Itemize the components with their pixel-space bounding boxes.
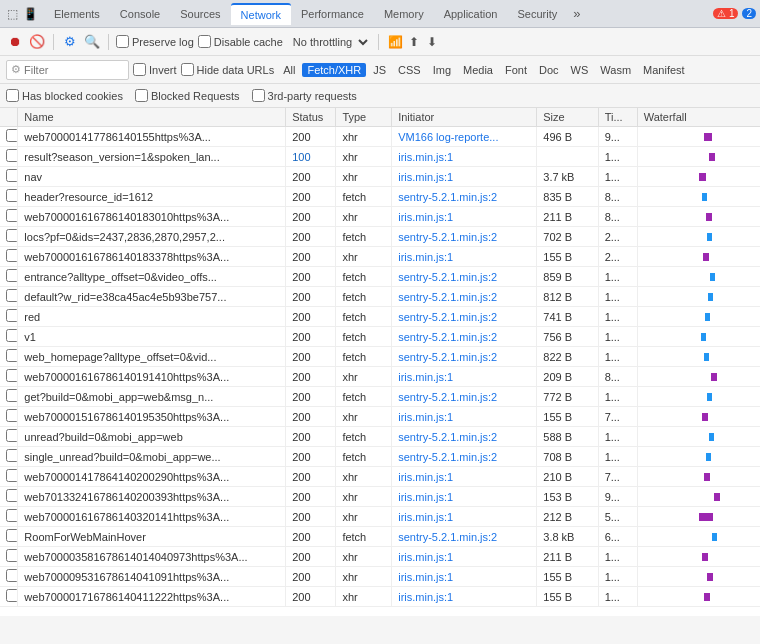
row-initiator[interactable]: sentry-5.2.1.min.js:2 — [392, 527, 537, 547]
type-media[interactable]: Media — [458, 63, 498, 77]
tab-elements[interactable]: Elements — [44, 4, 110, 24]
search-button[interactable]: 🔍 — [83, 33, 101, 51]
initiator-link[interactable]: sentry-5.2.1.min.js:2 — [398, 271, 497, 283]
row-initiator[interactable]: sentry-5.2.1.min.js:2 — [392, 387, 537, 407]
col-header-size[interactable]: Size — [537, 108, 598, 127]
type-doc[interactable]: Doc — [534, 63, 564, 77]
preserve-log-checkbox[interactable]: Preserve log — [116, 35, 194, 48]
row-checkbox[interactable] — [6, 249, 18, 262]
row-initiator[interactable]: iris.min.js:1 — [392, 507, 537, 527]
type-manifest[interactable]: Manifest — [638, 63, 690, 77]
type-wasm[interactable]: Wasm — [595, 63, 636, 77]
row-initiator[interactable]: sentry-5.2.1.min.js:2 — [392, 187, 537, 207]
table-row[interactable]: red200fetchsentry-5.2.1.min.js:2741 B1..… — [0, 307, 760, 327]
table-row[interactable]: web700001616786140191410https%3A...200xh… — [0, 367, 760, 387]
table-row[interactable]: single_unread?build=0&mobi_app=we...200f… — [0, 447, 760, 467]
row-initiator[interactable]: sentry-5.2.1.min.js:2 — [392, 447, 537, 467]
row-initiator[interactable]: iris.min.js:1 — [392, 587, 537, 607]
initiator-link[interactable]: iris.min.js:1 — [398, 491, 453, 503]
tab-memory[interactable]: Memory — [374, 4, 434, 24]
row-checkbox[interactable] — [6, 429, 18, 442]
initiator-link[interactable]: iris.min.js:1 — [398, 471, 453, 483]
initiator-link[interactable]: sentry-5.2.1.min.js:2 — [398, 191, 497, 203]
hide-data-urls-input[interactable] — [181, 63, 194, 76]
table-row[interactable]: web700003581678614014040973https%3A...20… — [0, 547, 760, 567]
table-row[interactable]: locs?pf=0&ids=2437,2836,2870,2957,2...20… — [0, 227, 760, 247]
row-checkbox[interactable] — [6, 169, 18, 182]
initiator-link[interactable]: sentry-5.2.1.min.js:2 — [398, 531, 497, 543]
disable-cache-checkbox[interactable]: Disable cache — [198, 35, 283, 48]
row-initiator[interactable]: sentry-5.2.1.min.js:2 — [392, 287, 537, 307]
table-row[interactable]: web700001516786140195350https%3A...200xh… — [0, 407, 760, 427]
row-checkbox[interactable] — [6, 409, 18, 422]
tab-application[interactable]: Application — [434, 4, 508, 24]
row-checkbox[interactable] — [6, 389, 18, 402]
record-button[interactable]: ⏺ — [6, 33, 24, 51]
blocked-requests-checkbox[interactable]: Blocked Requests — [135, 89, 240, 102]
table-row[interactable]: web700001417786140155https%3A...200xhrVM… — [0, 127, 760, 147]
inspect-icon[interactable]: ⬚ — [4, 6, 20, 22]
table-row[interactable]: web700001616786140320141https%3A...200xh… — [0, 507, 760, 527]
initiator-link[interactable]: sentry-5.2.1.min.js:2 — [398, 231, 497, 243]
type-css[interactable]: CSS — [393, 63, 426, 77]
col-header-time[interactable]: Ti... — [598, 108, 637, 127]
preserve-log-input[interactable] — [116, 35, 129, 48]
col-header-status[interactable]: Status — [286, 108, 336, 127]
table-row[interactable]: v1200fetchsentry-5.2.1.min.js:2756 B1... — [0, 327, 760, 347]
row-initiator[interactable]: sentry-5.2.1.min.js:2 — [392, 307, 537, 327]
initiator-link[interactable]: sentry-5.2.1.min.js:2 — [398, 351, 497, 363]
type-font[interactable]: Font — [500, 63, 532, 77]
filter-input[interactable] — [24, 64, 124, 76]
table-row[interactable]: web700001616786140183010https%3A...200xh… — [0, 207, 760, 227]
table-row[interactable]: nav200xhriris.min.js:13.7 kB1... — [0, 167, 760, 187]
invert-input[interactable] — [133, 63, 146, 76]
col-header-type[interactable]: Type — [336, 108, 392, 127]
row-initiator[interactable]: iris.min.js:1 — [392, 167, 537, 187]
more-tabs-button[interactable]: » — [567, 4, 586, 23]
row-checkbox[interactable] — [6, 129, 18, 142]
row-initiator[interactable]: iris.min.js:1 — [392, 567, 537, 587]
initiator-link[interactable]: sentry-5.2.1.min.js:2 — [398, 451, 497, 463]
tab-network[interactable]: Network — [231, 3, 291, 25]
type-all[interactable]: All — [278, 63, 300, 77]
row-checkbox[interactable] — [6, 269, 18, 282]
table-row[interactable]: web_homepage?alltype_offset=0&vid...200f… — [0, 347, 760, 367]
initiator-link[interactable]: iris.min.js:1 — [398, 151, 453, 163]
table-row[interactable]: web700001716786140411222https%3A...200xh… — [0, 587, 760, 607]
initiator-link[interactable]: iris.min.js:1 — [398, 171, 453, 183]
row-checkbox[interactable] — [6, 189, 18, 202]
initiator-link[interactable]: sentry-5.2.1.min.js:2 — [398, 331, 497, 343]
table-row[interactable]: default?w_rid=e38ca45ac4e5b93be757...200… — [0, 287, 760, 307]
initiator-link[interactable]: iris.min.js:1 — [398, 411, 453, 423]
third-party-input[interactable] — [252, 89, 265, 102]
initiator-link[interactable]: sentry-5.2.1.min.js:2 — [398, 291, 497, 303]
row-checkbox[interactable] — [6, 209, 18, 222]
tab-performance[interactable]: Performance — [291, 4, 374, 24]
filter-button[interactable]: ⚙ — [61, 33, 79, 51]
row-checkbox[interactable] — [6, 449, 18, 462]
disable-cache-input[interactable] — [198, 35, 211, 48]
table-row[interactable]: web700001417864140200290https%3A...200xh… — [0, 467, 760, 487]
row-checkbox[interactable] — [6, 329, 18, 342]
table-row[interactable]: header?resource_id=1612200fetchsentry-5.… — [0, 187, 760, 207]
table-row[interactable]: unread?build=0&mobi_app=web200fetchsentr… — [0, 427, 760, 447]
row-initiator[interactable]: sentry-5.2.1.min.js:2 — [392, 227, 537, 247]
row-initiator[interactable]: iris.min.js:1 — [392, 207, 537, 227]
row-checkbox[interactable] — [6, 149, 18, 162]
initiator-link[interactable]: sentry-5.2.1.min.js:2 — [398, 311, 497, 323]
row-checkbox[interactable] — [6, 229, 18, 242]
row-checkbox[interactable] — [6, 289, 18, 302]
initiator-link[interactable]: iris.min.js:1 — [398, 571, 453, 583]
has-blocked-cookies-input[interactable] — [6, 89, 19, 102]
initiator-link[interactable]: iris.min.js:1 — [398, 251, 453, 263]
row-checkbox[interactable] — [6, 529, 18, 542]
type-fetch-xhr[interactable]: Fetch/XHR — [302, 63, 366, 77]
row-initiator[interactable]: iris.min.js:1 — [392, 407, 537, 427]
table-row[interactable]: web700001616786140183378https%3A...200xh… — [0, 247, 760, 267]
col-header-name[interactable]: Name — [18, 108, 286, 127]
table-row[interactable]: result?season_version=1&spoken_lan...100… — [0, 147, 760, 167]
table-row[interactable]: RoomForWebMainHover200fetchsentry-5.2.1.… — [0, 527, 760, 547]
tab-console[interactable]: Console — [110, 4, 170, 24]
row-checkbox[interactable] — [6, 309, 18, 322]
initiator-link[interactable]: VM166 log-reporte... — [398, 131, 498, 143]
